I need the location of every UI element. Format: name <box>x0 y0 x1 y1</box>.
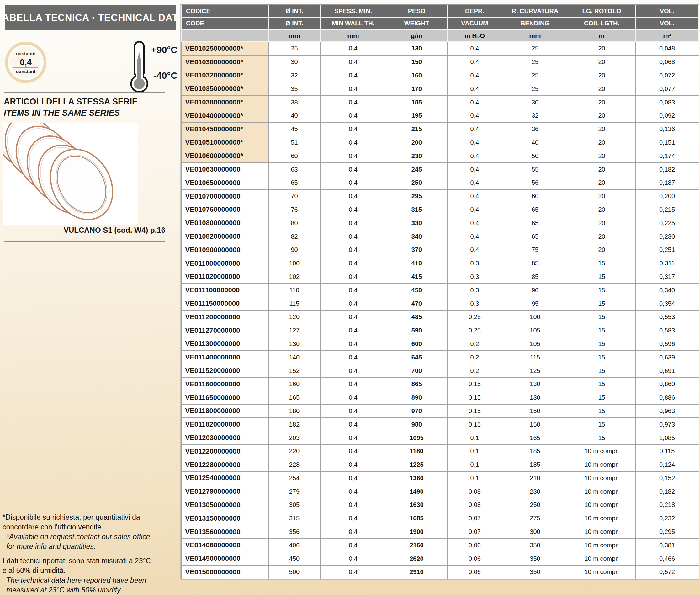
cell-min_wall: 0,4 <box>320 404 386 418</box>
cell-bending: 300 <box>502 525 568 539</box>
constant-wall-badge: costante 0,4 constant <box>5 42 47 83</box>
col-header-codice: CODICE <box>181 5 268 17</box>
cell-diameter: 315 <box>268 512 320 525</box>
cell-bending: 32 <box>502 109 568 122</box>
cell-weight: 600 <box>386 337 447 351</box>
cell-vacuum: 0,1 <box>447 472 502 485</box>
cell-code: VE010300000000* <box>181 55 268 69</box>
cell-volume: 0,136 <box>635 122 699 136</box>
cell-coil_length: 20 <box>568 122 635 136</box>
cell-coil_length: 20 <box>568 176 635 190</box>
cell-min_wall: 0,4 <box>320 525 386 539</box>
cell-bending: 115 <box>502 351 568 364</box>
divider-top <box>4 92 165 92</box>
cell-diameter: 32 <box>268 69 320 82</box>
cell-min_wall: 0,4 <box>320 217 386 230</box>
cell-min_wall: 0,4 <box>320 297 386 311</box>
cell-diameter: 254 <box>268 472 320 485</box>
cell-weight: 215 <box>386 122 447 136</box>
cell-bending: 55 <box>502 163 568 176</box>
cell-vacuum: 0,2 <box>447 364 502 378</box>
cell-min_wall: 0,4 <box>320 364 386 378</box>
cell-vacuum: 0,3 <box>447 270 502 284</box>
cell-diameter: 228 <box>268 458 320 472</box>
cell-min_wall: 0,4 <box>320 136 386 149</box>
cell-vacuum: 0,15 <box>447 418 502 431</box>
cell-volume: 0,973 <box>635 418 699 431</box>
cell-min_wall: 0,4 <box>320 163 386 176</box>
cell-min_wall: 0,4 <box>320 445 386 458</box>
cell-weight: 700 <box>386 364 447 378</box>
cell-bending: 25 <box>502 42 568 55</box>
table-row: VE0122800000002280,412250,118510 m compr… <box>181 458 699 472</box>
cell-weight: 1685 <box>386 512 447 525</box>
cell-vacuum: 0,3 <box>447 297 502 311</box>
cell-volume: 0,381 <box>635 539 699 552</box>
cell-code: VE011270000000 <box>181 324 268 337</box>
col-header-code: CODE <box>181 17 268 29</box>
table-row: VE010380000000*380,41850,430200,083 <box>181 96 699 109</box>
cell-weight: 1900 <box>386 525 447 539</box>
cell-weight: 970 <box>386 404 447 418</box>
cell-coil_length: 20 <box>568 163 635 176</box>
cell-volume: 0,083 <box>635 96 699 109</box>
cell-diameter: 76 <box>268 203 320 217</box>
cell-diameter: 60 <box>268 149 320 163</box>
unit-volume: m³ <box>635 29 699 42</box>
cell-min_wall: 0,4 <box>320 69 386 82</box>
cell-weight: 1180 <box>386 445 447 458</box>
cell-code: VE010630000000 <box>181 163 268 176</box>
temperature-max: +90°C <box>151 45 177 55</box>
col-header-peso: PESO <box>386 5 447 17</box>
cell-volume: 0,048 <box>635 42 699 55</box>
cell-weight: 415 <box>386 270 447 284</box>
header-row-italian: CODICE Ø INT. SPESS. MIN. PESO DEPR. R. … <box>181 5 699 17</box>
cell-diameter: 110 <box>268 284 320 297</box>
cell-code: VE013560000000 <box>181 525 268 539</box>
cell-min_wall: 0,4 <box>320 512 386 525</box>
cell-min_wall: 0,4 <box>320 431 386 445</box>
cell-vacuum: 0,4 <box>447 243 502 257</box>
cell-volume: 0,182 <box>635 163 699 176</box>
cell-volume: 0,466 <box>635 552 699 566</box>
cell-volume: 0,340 <box>635 284 699 297</box>
cell-code: VE011650000000 <box>181 391 268 404</box>
cell-code: VE011000000000 <box>181 257 268 270</box>
cell-code: VE010450000000* <box>181 122 268 136</box>
cell-diameter: 279 <box>268 485 320 499</box>
cell-volume: 0,115 <box>635 445 699 458</box>
cell-coil_length: 10 m compr. <box>568 512 635 525</box>
cell-bending: 85 <box>502 257 568 270</box>
table-row: VE0118200000001820,49800,15150150,973 <box>181 418 699 431</box>
cell-code: VE011100000000 <box>181 284 268 297</box>
cell-diameter: 140 <box>268 351 320 364</box>
cell-weight: 150 <box>386 55 447 69</box>
cell-diameter: 165 <box>268 391 320 404</box>
cell-weight: 295 <box>386 190 447 203</box>
cell-volume: 0,092 <box>635 109 699 122</box>
cell-vacuum: 0,08 <box>447 485 502 499</box>
table-row: VE0112000000001200,44850,25100150,553 <box>181 310 699 324</box>
cell-coil_length: 10 m compr. <box>568 445 635 458</box>
cell-diameter: 63 <box>268 163 320 176</box>
cell-volume: 0,068 <box>635 55 699 69</box>
cell-weight: 1360 <box>386 472 447 485</box>
cell-weight: 160 <box>386 69 447 82</box>
cell-bending: 40 <box>502 136 568 149</box>
cell-vacuum: 0,4 <box>447 176 502 190</box>
cell-code: VE010700000000 <box>181 190 268 203</box>
cell-diameter: 38 <box>268 96 320 109</box>
cell-weight: 865 <box>386 377 447 391</box>
cell-volume: 0,232 <box>635 512 699 525</box>
col-header-coil-length: COIL LGTH. <box>568 17 635 29</box>
cell-min_wall: 0,4 <box>320 230 386 244</box>
cell-code: VE012280000000 <box>181 458 268 472</box>
cell-diameter: 25 <box>268 42 320 55</box>
cell-vacuum: 0,4 <box>447 122 502 136</box>
cell-diameter: 70 <box>268 190 320 203</box>
cell-min_wall: 0,4 <box>320 310 386 324</box>
cell-weight: 590 <box>386 324 447 337</box>
table-row: VE010700000000700,42950,460200,200 <box>181 190 699 203</box>
table-row: VE0135600000003560,419000,0730010 m comp… <box>181 525 699 539</box>
cell-diameter: 130 <box>268 337 320 351</box>
